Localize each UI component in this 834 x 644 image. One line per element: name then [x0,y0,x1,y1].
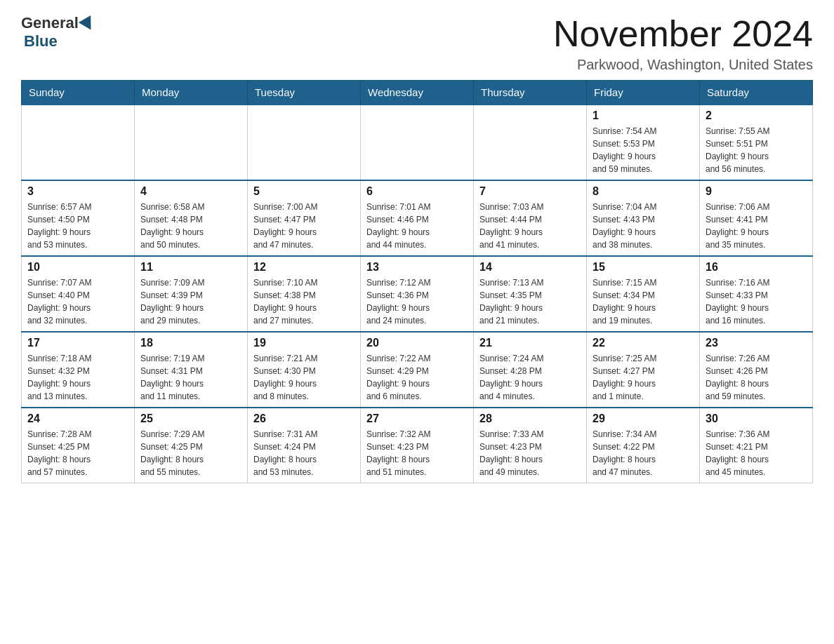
calendar-cell: 20Sunrise: 7:22 AM Sunset: 4:29 PM Dayli… [361,332,474,408]
day-info: Sunrise: 7:16 AM Sunset: 4:33 PM Dayligh… [706,276,807,327]
week-row-3: 10Sunrise: 7:07 AM Sunset: 4:40 PM Dayli… [22,256,813,332]
day-info: Sunrise: 7:34 AM Sunset: 4:22 PM Dayligh… [593,428,694,478]
calendar-cell: 6Sunrise: 7:01 AM Sunset: 4:46 PM Daylig… [361,180,474,256]
calendar-cell: 30Sunrise: 7:36 AM Sunset: 4:21 PM Dayli… [700,408,813,483]
header-day-wednesday: Wednesday [361,81,474,105]
day-number: 23 [706,337,807,349]
calendar-cell: 16Sunrise: 7:16 AM Sunset: 4:33 PM Dayli… [700,256,813,332]
calendar-cell: 23Sunrise: 7:26 AM Sunset: 4:26 PM Dayli… [700,332,813,408]
day-number: 17 [27,337,128,349]
calendar-cell [22,105,135,180]
day-number: 20 [366,337,468,349]
calendar-cell: 19Sunrise: 7:21 AM Sunset: 4:30 PM Dayli… [248,332,361,408]
day-info: Sunrise: 7:09 AM Sunset: 4:39 PM Dayligh… [140,276,241,327]
week-row-1: 1Sunrise: 7:54 AM Sunset: 5:53 PM Daylig… [22,105,813,180]
calendar-cell: 17Sunrise: 7:18 AM Sunset: 4:32 PM Dayli… [22,332,135,408]
calendar-table: SundayMondayTuesdayWednesdayThursdayFrid… [21,80,813,483]
calendar-cell: 8Sunrise: 7:04 AM Sunset: 4:43 PM Daylig… [587,180,700,256]
calendar-cell [474,105,587,180]
header-day-friday: Friday [587,81,700,105]
day-info: Sunrise: 7:13 AM Sunset: 4:35 PM Dayligh… [479,276,581,327]
day-number: 2 [706,109,807,122]
day-number: 29 [593,412,694,425]
day-info: Sunrise: 7:10 AM Sunset: 4:38 PM Dayligh… [253,276,355,327]
day-number: 26 [253,412,355,425]
day-info: Sunrise: 7:01 AM Sunset: 4:46 PM Dayligh… [366,201,468,251]
calendar-cell [248,105,361,180]
logo-blue-text: Blue [24,32,58,50]
day-number: 8 [593,185,694,198]
calendar-cell: 10Sunrise: 7:07 AM Sunset: 4:40 PM Dayli… [22,256,135,332]
day-info: Sunrise: 7:25 AM Sunset: 4:27 PM Dayligh… [593,352,694,403]
day-info: Sunrise: 7:36 AM Sunset: 4:21 PM Dayligh… [706,428,807,478]
calendar-cell: 26Sunrise: 7:31 AM Sunset: 4:24 PM Dayli… [248,408,361,483]
day-number: 24 [27,412,128,425]
calendar-cell: 2Sunrise: 7:55 AM Sunset: 5:51 PM Daylig… [700,105,813,180]
day-number: 28 [479,412,581,425]
day-info: Sunrise: 7:18 AM Sunset: 4:32 PM Dayligh… [27,352,128,403]
calendar-cell: 7Sunrise: 7:03 AM Sunset: 4:44 PM Daylig… [474,180,587,256]
day-number: 27 [366,412,468,425]
day-number: 9 [706,185,807,198]
day-number: 16 [706,261,807,274]
day-number: 1 [593,109,694,122]
week-row-4: 17Sunrise: 7:18 AM Sunset: 4:32 PM Dayli… [22,332,813,408]
logo: General Blue [21,14,95,51]
day-info: Sunrise: 7:12 AM Sunset: 4:36 PM Dayligh… [366,276,468,327]
calendar-cell: 27Sunrise: 7:32 AM Sunset: 4:23 PM Dayli… [361,408,474,483]
calendar-cell: 11Sunrise: 7:09 AM Sunset: 4:39 PM Dayli… [135,256,248,332]
calendar-cell: 21Sunrise: 7:24 AM Sunset: 4:28 PM Dayli… [474,332,587,408]
day-info: Sunrise: 6:57 AM Sunset: 4:50 PM Dayligh… [27,201,128,251]
header-row: SundayMondayTuesdayWednesdayThursdayFrid… [22,81,813,105]
calendar-cell [135,105,248,180]
day-info: Sunrise: 7:19 AM Sunset: 4:31 PM Dayligh… [140,352,241,403]
header-day-tuesday: Tuesday [248,81,361,105]
day-number: 21 [479,337,581,349]
day-number: 11 [140,261,241,274]
day-number: 18 [140,337,241,349]
day-info: Sunrise: 7:54 AM Sunset: 5:53 PM Dayligh… [593,125,694,175]
day-info: Sunrise: 7:07 AM Sunset: 4:40 PM Dayligh… [27,276,128,327]
day-number: 22 [593,337,694,349]
day-info: Sunrise: 7:26 AM Sunset: 4:26 PM Dayligh… [706,352,807,403]
calendar-cell: 5Sunrise: 7:00 AM Sunset: 4:47 PM Daylig… [248,180,361,256]
day-number: 19 [253,337,355,349]
calendar-cell: 3Sunrise: 6:57 AM Sunset: 4:50 PM Daylig… [22,180,135,256]
day-info: Sunrise: 7:06 AM Sunset: 4:41 PM Dayligh… [706,201,807,251]
header-day-monday: Monday [135,81,248,105]
location-subtitle: Parkwood, Washington, United States [553,57,813,73]
calendar-cell: 12Sunrise: 7:10 AM Sunset: 4:38 PM Dayli… [248,256,361,332]
day-number: 15 [593,261,694,274]
logo-general-text: General [21,14,79,32]
day-info: Sunrise: 7:55 AM Sunset: 5:51 PM Dayligh… [706,125,807,175]
day-info: Sunrise: 7:22 AM Sunset: 4:29 PM Dayligh… [366,352,468,403]
calendar-cell: 9Sunrise: 7:06 AM Sunset: 4:41 PM Daylig… [700,180,813,256]
day-number: 5 [253,185,355,198]
calendar-cell: 1Sunrise: 7:54 AM Sunset: 5:53 PM Daylig… [587,105,700,180]
day-number: 13 [366,261,468,274]
day-info: Sunrise: 7:21 AM Sunset: 4:30 PM Dayligh… [253,352,355,403]
calendar-cell: 29Sunrise: 7:34 AM Sunset: 4:22 PM Dayli… [587,408,700,483]
day-info: Sunrise: 7:24 AM Sunset: 4:28 PM Dayligh… [479,352,581,403]
day-info: Sunrise: 7:29 AM Sunset: 4:25 PM Dayligh… [140,428,241,478]
calendar-cell [361,105,474,180]
day-info: Sunrise: 7:15 AM Sunset: 4:34 PM Dayligh… [593,276,694,327]
day-number: 3 [27,185,128,198]
calendar-cell: 13Sunrise: 7:12 AM Sunset: 4:36 PM Dayli… [361,256,474,332]
day-number: 4 [140,185,241,198]
day-info: Sunrise: 7:31 AM Sunset: 4:24 PM Dayligh… [253,428,355,478]
header-day-sunday: Sunday [22,81,135,105]
month-title: November 2024 [553,14,813,54]
day-info: Sunrise: 7:33 AM Sunset: 4:23 PM Dayligh… [479,428,581,478]
day-info: Sunrise: 7:04 AM Sunset: 4:43 PM Dayligh… [593,201,694,251]
calendar-cell: 25Sunrise: 7:29 AM Sunset: 4:25 PM Dayli… [135,408,248,483]
title-section: November 2024 Parkwood, Washington, Unit… [553,14,813,73]
day-info: Sunrise: 7:32 AM Sunset: 4:23 PM Dayligh… [366,428,468,478]
day-info: Sunrise: 7:03 AM Sunset: 4:44 PM Dayligh… [479,201,581,251]
calendar-cell: 18Sunrise: 7:19 AM Sunset: 4:31 PM Dayli… [135,332,248,408]
day-number: 30 [706,412,807,425]
page-header: General Blue November 2024 Parkwood, Was… [21,14,813,73]
calendar-cell: 28Sunrise: 7:33 AM Sunset: 4:23 PM Dayli… [474,408,587,483]
calendar-cell: 15Sunrise: 7:15 AM Sunset: 4:34 PM Dayli… [587,256,700,332]
calendar-cell: 14Sunrise: 7:13 AM Sunset: 4:35 PM Dayli… [474,256,587,332]
